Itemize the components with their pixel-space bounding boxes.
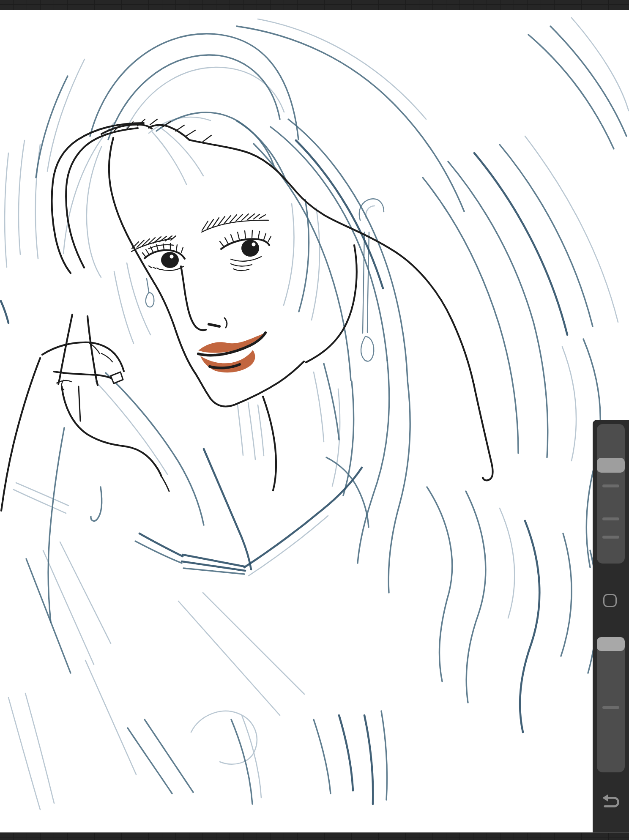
brush-size-handle[interactable] [597, 458, 625, 473]
sketch-dark-strokes [1, 140, 567, 804]
modify-button[interactable] [603, 594, 617, 607]
sketch-medium-strokes [26, 26, 626, 804]
opacity-slider[interactable] [597, 637, 625, 772]
procreate-screen [0, 0, 629, 840]
slider-tick [602, 517, 619, 520]
slider-tick [602, 484, 619, 487]
top-toolbar-collapsed[interactable] [0, 0, 629, 10]
undo-button[interactable] [602, 793, 621, 810]
drawing-canvas[interactable] [0, 10, 629, 832]
ink-lines [1, 119, 493, 511]
slider-tick [602, 536, 619, 539]
opacity-handle[interactable] [597, 637, 625, 651]
artwork-sketch [0, 0, 629, 840]
slider-tick [602, 706, 619, 709]
sketch-light-strokes [5, 18, 629, 810]
brush-sidebar [593, 420, 629, 840]
brush-size-slider[interactable] [597, 424, 625, 564]
bottom-toolbar-collapsed[interactable] [0, 832, 629, 840]
undo-arrow-icon [602, 794, 618, 807]
